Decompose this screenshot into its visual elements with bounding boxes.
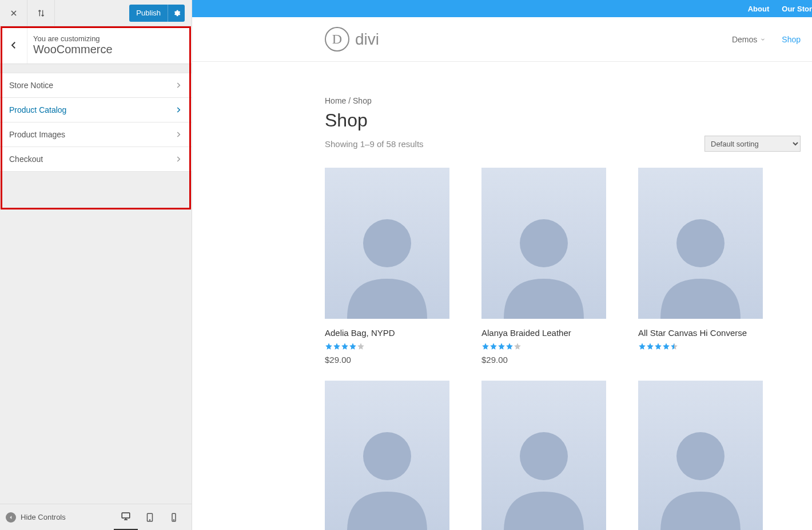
menu-item-store-notice[interactable]: Store Notice bbox=[0, 73, 192, 98]
star-icon bbox=[497, 342, 505, 350]
placeholder-avatar-icon bbox=[652, 412, 749, 530]
product-price: $29.00 bbox=[481, 355, 606, 365]
product-rating bbox=[638, 342, 763, 350]
topbar-link[interactable]: Our Stor bbox=[782, 5, 812, 13]
product-card[interactable] bbox=[325, 381, 449, 530]
star-icon bbox=[505, 342, 514, 350]
placeholder-avatar-icon bbox=[339, 199, 436, 319]
menu-item-label: Store Notice bbox=[9, 81, 53, 90]
svg-point-2 bbox=[149, 519, 150, 520]
chevron-right-icon bbox=[174, 155, 182, 163]
device-desktop-button[interactable] bbox=[114, 504, 138, 531]
sort-icon bbox=[37, 9, 46, 18]
sidebar-top-bar: Publish bbox=[0, 0, 192, 26]
svg-point-7 bbox=[676, 219, 725, 267]
placeholder-avatar-icon bbox=[495, 199, 592, 319]
star-icon bbox=[333, 342, 341, 350]
device-mobile-button[interactable] bbox=[162, 504, 186, 531]
chevron-left-icon bbox=[9, 40, 19, 50]
product-title: Adelia Bag, NYPD bbox=[325, 328, 449, 338]
menu-item-label: Product Images bbox=[9, 130, 65, 139]
star-icon bbox=[341, 342, 349, 350]
logo-text: divi bbox=[355, 30, 379, 49]
star-icon bbox=[489, 342, 497, 350]
product-title: All Star Canvas Hi Converse bbox=[638, 328, 763, 338]
product-image bbox=[481, 168, 606, 319]
menu-item-checkout[interactable]: Checkout bbox=[0, 147, 192, 172]
close-button[interactable] bbox=[0, 0, 27, 26]
device-tablet-button[interactable] bbox=[138, 504, 162, 531]
hide-controls-button[interactable]: Hide Controls bbox=[6, 512, 66, 523]
tablet-icon bbox=[145, 512, 155, 523]
customizer-menu: Store NoticeProduct CatalogProduct Image… bbox=[0, 72, 192, 171]
star-icon bbox=[514, 342, 522, 350]
hide-controls-label: Hide Controls bbox=[21, 513, 66, 521]
svg-point-6 bbox=[520, 219, 568, 267]
placeholder-avatar-icon bbox=[495, 412, 592, 530]
product-card[interactable] bbox=[638, 381, 763, 530]
product-card[interactable]: Adelia Bag, NYPD$29.00 bbox=[325, 168, 449, 365]
product-image bbox=[481, 381, 606, 530]
logo-mark: D bbox=[325, 27, 349, 52]
product-price: $29.00 bbox=[325, 355, 449, 365]
close-icon bbox=[9, 9, 18, 18]
sidebar-footer: Hide Controls bbox=[0, 504, 192, 530]
svg-point-5 bbox=[363, 219, 411, 267]
sort-select[interactable]: Default sorting bbox=[704, 136, 801, 152]
product-image bbox=[325, 381, 449, 530]
result-count: Showing 1–9 of 58 results bbox=[325, 139, 424, 149]
page-title: Shop bbox=[325, 110, 801, 131]
product-card[interactable] bbox=[481, 381, 606, 530]
site-logo[interactable]: D divi bbox=[325, 27, 379, 52]
star-half-icon bbox=[670, 342, 678, 350]
desktop-icon bbox=[121, 511, 131, 521]
star-icon bbox=[662, 342, 670, 350]
menu-item-product-images[interactable]: Product Images bbox=[0, 122, 192, 147]
secondary-menu: AboutOur Stor bbox=[192, 0, 812, 17]
svg-point-8 bbox=[363, 432, 411, 480]
menu-item-product-catalog[interactable]: Product Catalog bbox=[0, 97, 192, 122]
back-button[interactable] bbox=[0, 26, 27, 64]
star-icon bbox=[646, 342, 654, 350]
product-card[interactable]: Alanya Braided Leather$29.00 bbox=[481, 168, 606, 365]
product-image bbox=[638, 381, 763, 530]
product-title: Alanya Braided Leather bbox=[481, 328, 606, 338]
nav-item-shop[interactable]: Shop bbox=[782, 35, 801, 44]
star-icon bbox=[654, 342, 662, 350]
nav-item-demos[interactable]: Demos bbox=[732, 35, 766, 44]
product-grid: Adelia Bag, NYPD$29.00Alanya Braided Lea… bbox=[325, 168, 801, 530]
publish-button[interactable]: Publish bbox=[129, 5, 185, 22]
star-icon bbox=[349, 342, 357, 350]
toggle-order-button[interactable] bbox=[27, 0, 55, 26]
menu-item-label: Checkout bbox=[9, 155, 43, 164]
svg-point-9 bbox=[520, 432, 568, 480]
placeholder-avatar-icon bbox=[652, 199, 749, 319]
placeholder-avatar-icon bbox=[339, 412, 436, 530]
svg-point-10 bbox=[676, 432, 725, 480]
customizer-sidebar: Publish You are customizing WooCommerce … bbox=[0, 0, 192, 530]
primary-menu: Demos Shop bbox=[732, 35, 801, 44]
star-icon bbox=[325, 342, 333, 350]
star-icon bbox=[638, 342, 646, 350]
sidebar-header: You are customizing WooCommerce bbox=[0, 26, 192, 64]
chevron-right-icon bbox=[174, 130, 182, 139]
gear-icon bbox=[173, 9, 181, 17]
publish-settings-button[interactable] bbox=[168, 5, 185, 22]
product-rating bbox=[325, 342, 449, 350]
menu-item-label: Product Catalog bbox=[9, 105, 66, 114]
svg-point-4 bbox=[173, 519, 174, 520]
customizing-label: You are customizing bbox=[33, 34, 113, 43]
topbar-link[interactable]: About bbox=[748, 5, 770, 13]
product-card[interactable]: All Star Canvas Hi Converse bbox=[638, 168, 763, 365]
collapse-icon bbox=[6, 512, 16, 523]
mobile-icon bbox=[169, 512, 179, 523]
star-icon bbox=[481, 342, 489, 350]
publish-label: Publish bbox=[129, 5, 168, 22]
star-icon bbox=[357, 342, 365, 350]
preview-pane: AboutOur Stor D divi Demos Shop Home / S… bbox=[192, 0, 812, 530]
chevron-right-icon bbox=[174, 106, 182, 114]
product-rating bbox=[481, 342, 606, 350]
chevron-right-icon bbox=[174, 81, 182, 89]
site-header: D divi Demos Shop bbox=[192, 17, 812, 62]
product-image bbox=[325, 168, 449, 319]
